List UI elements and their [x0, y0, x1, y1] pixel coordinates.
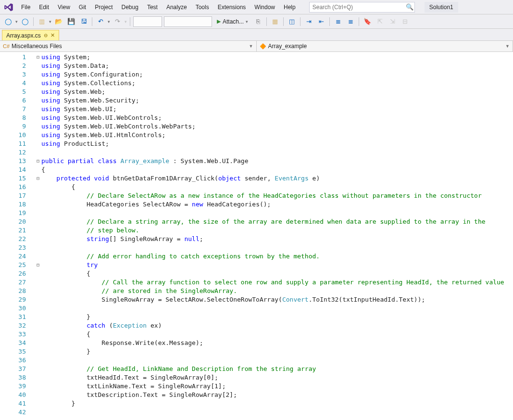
search-icon[interactable]: 🔍	[405, 3, 414, 11]
search-input[interactable]	[310, 3, 405, 12]
open-icon[interactable]: 📂	[53, 16, 64, 27]
separator	[283, 17, 284, 26]
menu-analyze[interactable]: Analyze	[163, 2, 191, 13]
menu-test[interactable]: Test	[143, 2, 162, 13]
nav-bar: C# Miscellaneous Files ▼ 🔶 Array_example…	[0, 40, 513, 52]
tool-icon[interactable]: ▦	[270, 16, 280, 27]
menu-debug[interactable]: Debug	[118, 2, 142, 13]
nav-fwd-icon[interactable]: ◯	[20, 16, 30, 27]
menu-bar: FileEditViewGitProjectDebugTestAnalyzeTo…	[0, 0, 513, 14]
chevron-down-icon: ▼	[249, 44, 253, 49]
menu-items: FileEditViewGitProjectDebugTestAnalyzeTo…	[17, 2, 300, 13]
menu-extensions[interactable]: Extensions	[214, 2, 250, 13]
pin-icon[interactable]: ⊖	[44, 33, 48, 38]
line-number-gutter: 1234567891011121314151617181920212223242…	[0, 52, 35, 420]
tab-filename: Array.aspx.cs	[6, 32, 41, 39]
disabled-icon: ⇱	[375, 16, 385, 27]
save-icon[interactable]: 💾	[66, 16, 76, 27]
disabled-icon: ⊟	[400, 16, 410, 27]
type-dropdown[interactable]: 🔶 Array_example ▼	[257, 41, 513, 51]
menu-view[interactable]: View	[54, 2, 74, 13]
disabled-icon: ⇲	[387, 16, 398, 27]
comment-icon[interactable]: ≣	[333, 16, 343, 27]
code-area[interactable]: using System;using System.Data;using Sys…	[41, 52, 513, 420]
toolbar: ◯ ▾ ◯ ▥ ▾ 📂 💾 🖫 ↶ ▾ ↷ ▾ ▶ Attach... ▾ ⎘ …	[0, 14, 513, 29]
new-project-icon[interactable]: ▥	[37, 16, 47, 27]
file-tab[interactable]: Array.aspx.cs ⊖ ✕	[2, 30, 59, 40]
undo-icon[interactable]: ↶	[95, 16, 106, 27]
search-box[interactable]: 🔍	[309, 2, 415, 13]
play-icon: ▶	[217, 18, 221, 25]
menu-file[interactable]: File	[17, 2, 34, 13]
attach-label: Attach...	[223, 18, 244, 25]
chevron-down-icon: ▼	[505, 44, 510, 49]
bookmark-icon[interactable]: 🔖	[362, 16, 373, 27]
separator	[33, 17, 34, 26]
csharp-icon: C#	[3, 43, 10, 49]
vs-logo-icon	[3, 1, 14, 13]
menu-project[interactable]: Project	[91, 2, 116, 13]
uncomment-icon[interactable]: ≣	[345, 16, 356, 27]
attach-button[interactable]: ▶ Attach... ▾	[214, 16, 251, 27]
class-icon: 🔶	[260, 43, 266, 50]
separator	[266, 17, 267, 26]
close-icon[interactable]: ✕	[50, 32, 55, 38]
outdent-icon[interactable]: ⇤	[316, 16, 326, 27]
menu-help[interactable]: Help	[280, 2, 300, 13]
menu-git[interactable]: Git	[75, 2, 90, 13]
separator	[130, 17, 130, 26]
config-dropdown[interactable]	[133, 16, 162, 27]
save-all-icon[interactable]: 🖫	[78, 16, 89, 27]
separator	[329, 17, 330, 26]
debug-dd-icon[interactable]: ⎘	[253, 16, 263, 27]
nav-back-icon[interactable]: ◯	[3, 16, 13, 27]
solution-label[interactable]: Solution1	[425, 2, 458, 13]
separator	[92, 17, 92, 26]
redo-icon[interactable]: ↷	[112, 16, 123, 27]
platform-dropdown[interactable]	[164, 16, 212, 27]
menu-edit[interactable]: Edit	[35, 2, 53, 13]
separator	[300, 17, 300, 26]
menu-tools[interactable]: Tools	[192, 2, 213, 13]
menu-window[interactable]: Window	[250, 2, 279, 13]
code-editor[interactable]: 1234567891011121314151617181920212223242…	[0, 52, 513, 420]
tab-well: Array.aspx.cs ⊖ ✕	[0, 29, 513, 40]
fold-gutter[interactable]: ⊟⊟⊟⊟	[35, 52, 41, 420]
indent-icon[interactable]: ⇥	[303, 16, 314, 27]
separator	[359, 17, 359, 26]
type-label: Array_example	[268, 43, 307, 50]
tool-icon[interactable]: ◫	[287, 16, 297, 27]
scope-dropdown[interactable]: C# Miscellaneous Files ▼	[0, 41, 257, 51]
scope-label: Miscellaneous Files	[12, 43, 62, 50]
